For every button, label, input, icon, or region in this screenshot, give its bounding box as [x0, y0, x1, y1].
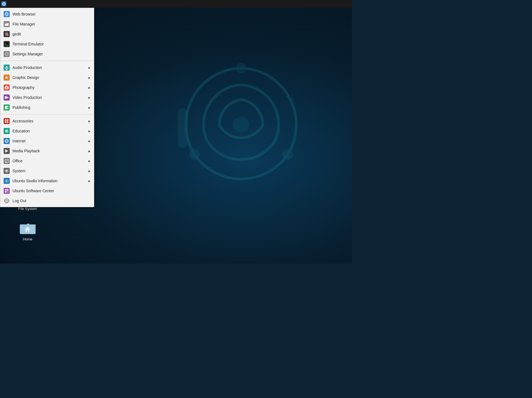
- menu-apps-section: Accessories ▶ Education ▶: [0, 115, 94, 207]
- taskbar: [0, 0, 352, 8]
- system-label: System: [12, 169, 88, 173]
- svg-rect-33: [6, 86, 7, 87]
- accessories-icon: [4, 118, 10, 124]
- menu-item-graphic-design[interactable]: Graphic Design ▶: [0, 73, 94, 83]
- media-playback-label: Media Playback: [12, 149, 88, 153]
- menu-item-publishing[interactable]: Publishing ▶: [0, 102, 94, 112]
- svg-rect-36: [5, 106, 7, 109]
- svg-line-60: [7, 172, 8, 172]
- filesystem-label: File System: [18, 207, 37, 211]
- svg-line-61: [7, 170, 8, 170]
- internet-arrow: ▶: [88, 140, 91, 143]
- menu-item-photography[interactable]: Photography ▶: [0, 83, 94, 93]
- menu-item-internet[interactable]: Internet ▶: [0, 136, 94, 146]
- video-production-icon: [4, 94, 10, 101]
- svg-rect-12: [5, 23, 9, 23]
- svg-text:i: i: [6, 179, 7, 183]
- gedit-icon: [4, 31, 10, 37]
- svg-marker-49: [5, 149, 8, 153]
- menu-item-accessories[interactable]: Accessories ▶: [0, 116, 94, 126]
- svg-rect-41: [5, 121, 6, 123]
- education-arrow: ▶: [88, 130, 91, 133]
- ubuntu-studio-info-arrow: ▶: [88, 179, 91, 183]
- photography-label: Photography: [12, 85, 88, 90]
- menu-item-terminal[interactable]: Terminal Emulator: [0, 39, 94, 49]
- menu-item-office[interactable]: Office ▶: [0, 156, 94, 166]
- svg-rect-34: [5, 96, 7, 99]
- education-label: Education: [12, 129, 88, 133]
- ubuntu-studio-info-icon: i: [4, 178, 10, 184]
- system-arrow: ▶: [88, 170, 91, 173]
- svg-point-0: [234, 118, 248, 131]
- graphic-design-arrow: ▶: [88, 76, 91, 79]
- svg-rect-82: [27, 230, 28, 232]
- ubuntu-studio-info-label: Ubuntu Studio Information: [12, 179, 88, 183]
- svg-point-28: [5, 76, 6, 78]
- desktop-icon-home[interactable]: Home: [15, 219, 40, 241]
- desktop: Web Browser File Manager: [0, 0, 352, 264]
- svg-marker-35: [7, 97, 9, 98]
- photography-arrow: ▶: [88, 86, 91, 89]
- file-manager-icon: [4, 21, 10, 27]
- menu-item-media-playback[interactable]: Media Playback ▶: [0, 146, 94, 156]
- menu-item-gedit[interactable]: gedit: [0, 29, 94, 39]
- menu-item-logout[interactable]: Log Out: [0, 196, 94, 206]
- home-label: Home: [23, 237, 33, 241]
- menu-pinned-section: Web Browser File Manager: [0, 8, 94, 60]
- svg-rect-65: [5, 189, 6, 191]
- photography-icon: [4, 84, 10, 91]
- publishing-label: Publishing: [12, 105, 88, 110]
- media-playback-arrow: ▶: [88, 150, 91, 153]
- taskbar-icon: [1, 1, 6, 6]
- logout-label: Log Out: [12, 199, 91, 203]
- menu-item-ubuntu-software[interactable]: Ubuntu Software Center: [0, 186, 94, 196]
- ubuntu-software-label: Ubuntu Software Center: [12, 189, 91, 193]
- svg-rect-42: [7, 121, 8, 123]
- settings-label: Settings Manager: [12, 52, 91, 56]
- svg-line-59: [5, 170, 6, 170]
- menu-item-video-production[interactable]: Video Production ▶: [0, 93, 94, 102]
- svg-point-54: [6, 170, 7, 172]
- ubuntu-software-icon: [4, 188, 10, 194]
- svg-point-1: [237, 64, 245, 72]
- svg-rect-4: [178, 108, 188, 148]
- audio-production-label: Audio Production: [12, 65, 88, 70]
- menu-divider-2: [0, 114, 94, 114]
- svg-point-6: [3, 3, 4, 4]
- svg-line-62: [5, 172, 6, 172]
- graphic-design-icon: [4, 75, 10, 81]
- svg-rect-67: [5, 191, 6, 192]
- publishing-arrow: ▶: [88, 106, 91, 109]
- svg-rect-11: [5, 23, 6, 24]
- gedit-label: gedit: [12, 32, 91, 36]
- svg-rect-40: [7, 119, 8, 121]
- taskbar-menu-button[interactable]: [0, 0, 8, 8]
- office-icon: [4, 158, 10, 164]
- svg-point-3: [191, 151, 199, 159]
- menu-item-settings[interactable]: Settings Manager: [0, 49, 94, 59]
- menu-item-web-browser[interactable]: Web Browser: [0, 9, 94, 19]
- svg-rect-38: [7, 108, 8, 109]
- svg-rect-24: [6, 66, 7, 68]
- graphic-design-label: Graphic Design: [12, 75, 88, 80]
- menu-divider-1: [0, 61, 94, 61]
- menu-item-audio-production[interactable]: Audio Production ▶: [0, 63, 94, 73]
- settings-icon: [4, 51, 10, 57]
- accessories-label: Accessories: [12, 119, 88, 123]
- svg-rect-66: [7, 189, 8, 191]
- terminal-label: Terminal Emulator: [12, 42, 91, 46]
- menu-item-education[interactable]: Education ▶: [0, 126, 94, 136]
- video-production-label: Video Production: [12, 95, 88, 100]
- education-icon: [4, 128, 10, 134]
- menu-item-file-manager[interactable]: File Manager: [0, 19, 94, 29]
- svg-point-2: [284, 151, 292, 159]
- menu-item-ubuntu-studio-info[interactable]: i Ubuntu Studio Information ▶: [0, 176, 94, 186]
- office-label: Office: [12, 159, 88, 163]
- office-arrow: ▶: [88, 160, 91, 163]
- menu-item-system[interactable]: System ▶: [0, 166, 94, 176]
- home-icon-image: [19, 219, 36, 235]
- internet-label: Internet: [12, 139, 88, 143]
- svg-rect-37: [7, 106, 8, 107]
- svg-point-29: [7, 76, 8, 78]
- svg-point-30: [6, 78, 7, 79]
